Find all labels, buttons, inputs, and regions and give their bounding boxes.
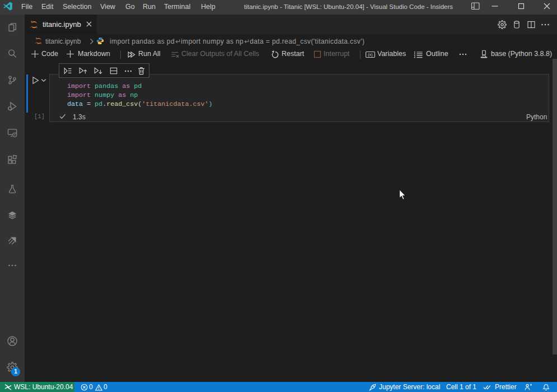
svg-text:(x): (x) bbox=[368, 52, 373, 57]
